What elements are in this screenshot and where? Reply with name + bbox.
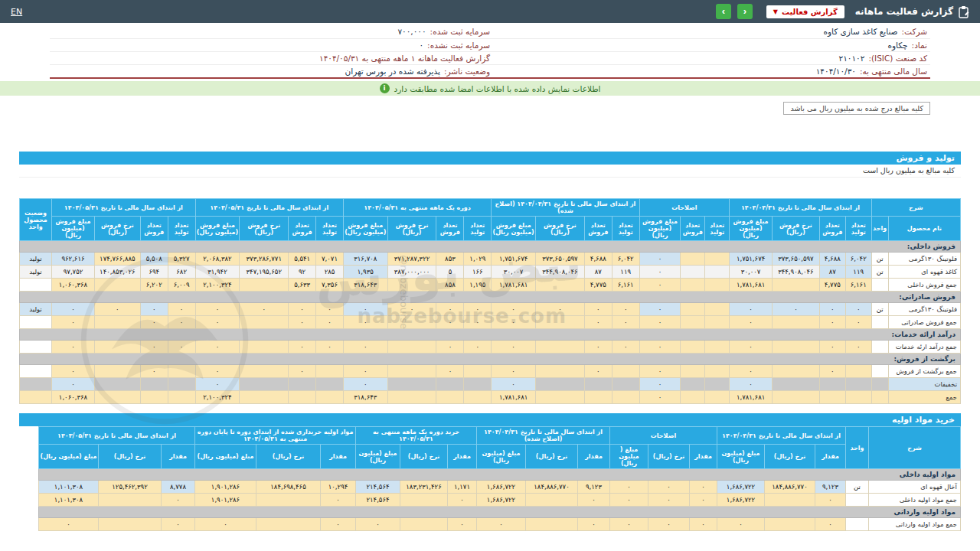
row-label: فلوتینگ ۱۳۰گرمی: [888, 253, 960, 266]
value-cell: ۰: [195, 365, 240, 378]
row-label: آخال قهوه ای: [869, 481, 961, 494]
value-cell: [773, 365, 820, 378]
value-cell: ۳۰,۰۰۷: [730, 266, 773, 279]
column-subheader: نرخ فروش (ریال): [240, 217, 289, 241]
value-cell: ۰: [639, 316, 681, 329]
value-cell: ۳۱۸,۶۴۳: [343, 279, 387, 292]
signature-match-banner: اطلاعات نمایش داده شده با اطلاعات امضا ش…: [0, 81, 980, 96]
value-cell: [94, 391, 140, 404]
next-report-button[interactable]: ›: [716, 4, 731, 19]
value-cell: [705, 316, 730, 329]
value-cell: ۱,۷۵۱,۶۷۴: [492, 253, 536, 266]
value-cell: ۰: [464, 316, 492, 329]
value-cell: ۰: [162, 494, 195, 507]
row-unit: تن: [871, 266, 888, 279]
value-cell: [705, 365, 730, 378]
value-cell: ۹,۱۲۳: [815, 481, 846, 494]
value-cell: ۶,۲۰۲: [140, 279, 168, 292]
value-cell: ۰: [492, 378, 536, 391]
value-cell: ۱۸۴,۸۸۶,۷۷۰: [765, 481, 815, 494]
value-cell: [536, 391, 585, 404]
value-cell: [612, 365, 639, 378]
value-cell: ۴,۶۸۸: [819, 253, 845, 266]
value-cell: ۹۲: [289, 266, 316, 279]
value-cell: [99, 518, 162, 531]
value-cell: [168, 365, 195, 378]
group-header-row: فروش صادراتی:: [20, 292, 961, 303]
value-cell: ۰: [639, 365, 681, 378]
product-status-cell: [20, 391, 52, 404]
column-subheader: مبلغ فروش (میلیون ریال): [195, 217, 240, 241]
row-label: تخفیفات: [888, 378, 960, 391]
group-label: فروش صادراتی:: [20, 292, 961, 303]
value-cell: [536, 279, 585, 292]
row-label: جمع مواد اولیه وارداتی: [869, 518, 961, 531]
value-cell: ۶۸۲: [168, 266, 195, 279]
product-status-cell: تولید: [20, 266, 52, 279]
value-cell: ۲,۱۰۰,۳۲۴: [195, 279, 240, 292]
value-cell: [316, 391, 344, 404]
value-cell: ۰: [492, 303, 536, 316]
column-subheader: نرخ فروش (ریال): [94, 217, 140, 241]
table-row: فلوتینگ ۱۳۰گرمیتن۶,۰۴۲۴,۶۸۸۳۷۳,۶۵۰,۵۹۷۱,…: [20, 253, 961, 266]
report-type-dropdown[interactable]: گزارش فعالیت ▼: [766, 5, 844, 18]
value-cell: ۱,۶۸۶,۷۲۲: [477, 481, 526, 494]
product-status-cell: [20, 279, 52, 292]
value-cell: ۰: [52, 365, 95, 378]
value-cell: ۳۱,۹۴۲: [195, 266, 240, 279]
value-cell: [464, 365, 492, 378]
value-cell: ۰: [321, 494, 356, 507]
column-group-header: از ابتدای سال مالی تا تاریخ ۱۴۰۴/۰۵/۳۱: [195, 199, 343, 217]
row-unit: تن: [871, 303, 888, 316]
value-cell: ۲,۰۶۸,۳۸۲: [195, 253, 240, 266]
value-cell: ۰: [639, 266, 681, 279]
value-cell: [464, 391, 492, 404]
value-cell: ۰: [717, 518, 765, 531]
value-cell: ۰: [639, 279, 681, 292]
value-cell: ۹۷,۷۵۲: [52, 266, 95, 279]
english-language-link[interactable]: EN: [11, 7, 22, 17]
row-unit: [871, 279, 888, 292]
previous-report-button[interactable]: ‹: [737, 4, 753, 19]
value-cell: [584, 378, 612, 391]
value-cell: ۱,۶۸۶,۷۲۲: [477, 494, 526, 507]
value-cell: ۰: [436, 316, 464, 329]
report-type-dropdown-label: گزارش فعالیت: [782, 8, 838, 16]
value-cell: ۱,۷۸۱,۶۸۱: [730, 279, 773, 292]
value-cell: ۰: [845, 341, 871, 354]
value-cell: ۰: [612, 303, 639, 316]
value-cell: ۰: [819, 316, 845, 329]
value-cell: ۱,۱۷۱: [448, 481, 477, 494]
value-cell: [681, 303, 705, 316]
value-cell: ۳۴۴,۹۰۸,۰۴۶: [773, 266, 820, 279]
value-cell: ۰: [610, 518, 648, 531]
description-header: شرح: [871, 199, 960, 217]
value-cell: [612, 378, 639, 391]
value-cell: ۰: [648, 494, 690, 507]
value-cell: ۰: [612, 341, 639, 354]
value-cell: [94, 365, 140, 378]
column-subheader: تعداد فروش: [436, 217, 464, 241]
value-cell: ۱۱۹: [612, 266, 639, 279]
value-cell: [765, 518, 815, 531]
value-cell: ۰: [492, 316, 536, 329]
value-cell: ۰: [690, 494, 717, 507]
value-cell: ۰: [610, 494, 648, 507]
value-cell: [705, 341, 730, 354]
column-subheader: نرخ (ریال): [765, 445, 815, 469]
value-cell: ۱,۷۸۱,۶۸۱: [730, 391, 773, 404]
value-cell: ۰: [584, 316, 612, 329]
value-cell: ۰: [343, 365, 387, 378]
group-header-row: برگشت از فروش:: [20, 354, 961, 365]
value-cell: ۱,۰۶۰,۳۶۸: [52, 279, 95, 292]
group-label: درآمد ارائه خدمات:: [20, 329, 961, 341]
value-cell: [94, 279, 140, 292]
table-row: جمع۱,۷۸۱,۶۸۱۰۱,۷۸۱,۶۸۱۳۱۸,۶۴۳۲,۱۰۰,۳۲۴۱,…: [20, 391, 961, 404]
value-cell: ۱,۰۲۹: [464, 253, 492, 266]
column-subheader: مبلغ (میلیون ریال): [195, 445, 256, 469]
value-cell: [168, 378, 195, 391]
value-cell: [400, 494, 448, 507]
value-cell: [765, 494, 815, 507]
value-cell: ۰: [140, 303, 168, 316]
value-cell: ۰: [584, 365, 612, 378]
